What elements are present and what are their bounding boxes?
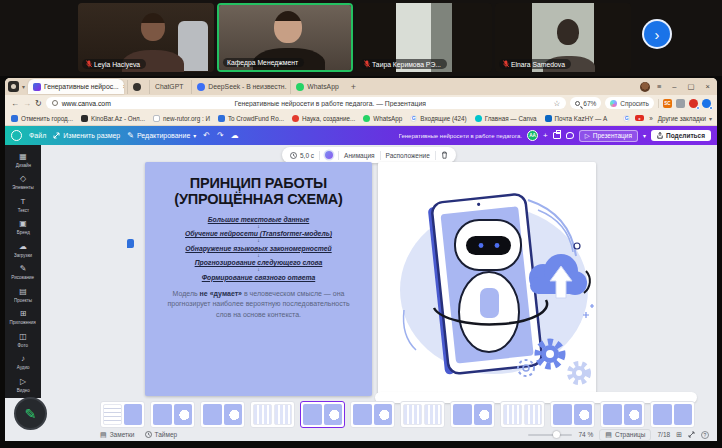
chevron-down-icon[interactable]: ▾ — [22, 83, 25, 90]
slide-page-illustration[interactable] — [378, 162, 596, 396]
youtube-favicon[interactable]: ▸ — [635, 115, 644, 121]
share-button[interactable]: Поделиться — [651, 130, 711, 141]
slide-thumbnail[interactable] — [200, 401, 245, 428]
other-bookmarks-button[interactable]: Другие закладки ▾ — [658, 115, 712, 122]
next-participants-button[interactable]: › — [644, 21, 670, 47]
sidebar-item-draw[interactable]: ✎Рисование — [5, 262, 41, 285]
slide-thumbnail[interactable] — [100, 401, 145, 428]
extension-icon[interactable] — [676, 99, 685, 108]
fullscreen-icon[interactable] — [688, 431, 695, 438]
trash-icon[interactable] — [441, 151, 448, 159]
sidebar-item-audio[interactable]: ♪Аудио — [5, 352, 41, 375]
bookmark-item[interactable]: Главная — Canva — [475, 115, 537, 122]
zoom-slider[interactable] — [528, 434, 572, 436]
slide-thumbnail[interactable] — [500, 401, 545, 428]
close-window-button[interactable]: × — [702, 82, 714, 91]
arrange-button[interactable]: Расположение — [386, 152, 430, 159]
draw-fab[interactable]: ✎ — [14, 397, 47, 430]
extension-icon[interactable] — [689, 99, 698, 108]
browser-menu-icon[interactable]: ≡ — [653, 82, 665, 91]
bookmark-item[interactable]: WhatsApp — [363, 115, 402, 122]
sidebar-item-projects[interactable]: ▤Проекты — [5, 284, 41, 307]
slide-thumbnail[interactable] — [600, 401, 645, 428]
zoom-level-chip[interactable]: 67% — [570, 97, 601, 109]
favorite-icon[interactable]: ☆ — [554, 99, 561, 108]
background-color-swatch[interactable] — [325, 151, 333, 159]
browser-profile-avatar[interactable] — [640, 82, 650, 92]
sidebar-item-uploads[interactable]: ☁Загрузки — [5, 239, 41, 262]
slide-thumbnail[interactable] — [400, 401, 445, 428]
workspaces-icon[interactable] — [8, 81, 19, 92]
add-collaborator-icon[interactable]: + — [543, 131, 548, 140]
bookmark-item[interactable]: Отменить город... — [11, 115, 73, 122]
chevron-down-icon[interactable]: ▾ — [643, 132, 646, 139]
tab-pinned[interactable] — [127, 80, 146, 94]
zoom-percent[interactable]: 74 % — [578, 431, 593, 438]
tab-active-canva[interactable]: Генеративные нейрос... × — [28, 79, 124, 94]
participant-tile-taira[interactable]: Таира Керимова РЭ... — [356, 3, 492, 72]
forward-icon[interactable]: → — [23, 99, 31, 108]
comment-icon[interactable] — [566, 132, 574, 139]
user-avatar[interactable]: AA — [527, 130, 538, 141]
bookmarks-overflow-icon[interactable]: » — [649, 115, 653, 122]
slide-thumbnail[interactable] — [350, 401, 395, 428]
minimize-button[interactable]: – — [668, 82, 680, 91]
bookmark-item[interactable]: GВходящие (424) — [410, 115, 466, 122]
participant-tile-leyla[interactable]: Leyla Haciyeva — [78, 3, 214, 72]
canva-home-icon[interactable] — [11, 130, 22, 141]
copilot-ask-chip[interactable]: Спросить — [605, 97, 654, 109]
present-button[interactable]: ▷ Презентация — [579, 130, 638, 142]
slide-duration-button[interactable]: 5,0 с — [290, 152, 314, 159]
slide-thumbnail[interactable] — [150, 401, 195, 428]
site-info-icon[interactable] — [52, 100, 58, 106]
print-icon[interactable] — [553, 132, 561, 139]
clock-icon — [290, 152, 297, 159]
sidebar-item-elements[interactable]: ◇Элементы — [5, 172, 41, 195]
url-field[interactable]: www.canva.com Генеративные нейросети в р… — [46, 97, 567, 109]
new-tab-button[interactable]: + — [347, 82, 360, 92]
maximize-button[interactable]: ▢ — [684, 82, 699, 91]
downloads-icon[interactable] — [702, 99, 711, 108]
slide-thumbnail[interactable] — [550, 401, 595, 428]
extension-icon-sc[interactable]: SC — [663, 99, 672, 108]
sidebar-item-text[interactable]: TТекст — [5, 194, 41, 217]
close-tab-icon[interactable]: × — [123, 83, 124, 90]
sidebar-item-apps[interactable]: ⊞Приложения — [5, 307, 41, 330]
participant-tile-kafedra[interactable]: Кафедра Менеджмент — [217, 3, 353, 72]
sidebar-item-photos[interactable]: ◫Фото — [5, 329, 41, 352]
refresh-icon[interactable]: ↻ — [35, 99, 42, 108]
slide-thumbnail[interactable] — [450, 401, 495, 428]
slide-page-text[interactable]: ПРИНЦИП РАБОТЫ (УПРОЩЁННАЯ СХЕМА) Больши… — [145, 162, 372, 396]
bookmark-item[interactable]: KinoBar.Az - Онл... — [81, 115, 145, 122]
slide-thumbnail-selected[interactable] — [300, 401, 345, 428]
resize-button[interactable]: Изменить размер — [53, 132, 120, 139]
grid-view-icon[interactable]: ⊞ — [676, 431, 682, 439]
editing-mode-dropdown[interactable]: ✎ Редактирование ▾ — [127, 131, 196, 140]
bookmark-item[interactable]: Наука, создание... — [292, 115, 355, 122]
file-menu[interactable]: Файл — [29, 132, 46, 139]
bookmark-item[interactable]: To CrowdFund Ro... — [218, 115, 284, 122]
tab-deepseek[interactable]: DeepSeek - В неизвестн... — [191, 80, 287, 94]
sidebar-item-video[interactable]: ▷Видео — [5, 374, 41, 397]
tab-chatgpt[interactable]: ChatGPT — [149, 80, 188, 94]
bookmark-item[interactable]: new-rutor.org : И — [153, 115, 210, 122]
animate-button[interactable]: Анимация — [344, 152, 375, 159]
zoom-slider-knob[interactable] — [553, 431, 560, 438]
pages-button[interactable]: ▤Страницы — [599, 429, 651, 441]
sidebar-item-design[interactable]: ▦Дизайн — [5, 149, 41, 172]
bookmark-item[interactable]: Почта KazHY — А — [545, 115, 608, 122]
document-title[interactable]: Генеративные нейросети в работе педагога… — [399, 133, 522, 139]
help-icon[interactable]: ? — [701, 431, 709, 439]
bookmark-favicon — [545, 115, 552, 122]
participant-tile-elnara[interactable]: Elnara Samedova — [495, 3, 631, 72]
notes-button[interactable]: ▤Заметки — [100, 431, 135, 439]
slide-thumbnail[interactable] — [650, 401, 695, 428]
timer-button[interactable]: Таймер — [145, 431, 178, 438]
redo-icon[interactable]: ↷ — [217, 131, 224, 140]
back-icon[interactable]: ← — [11, 99, 19, 108]
undo-icon[interactable]: ↶ — [203, 131, 210, 140]
slide-thumbnail[interactable] — [250, 401, 295, 428]
sidebar-item-brand[interactable]: ▣Бренд — [5, 217, 41, 240]
favicon-small[interactable]: G — [623, 115, 630, 122]
tab-whatsapp[interactable]: WhatsApp — [290, 80, 343, 94]
